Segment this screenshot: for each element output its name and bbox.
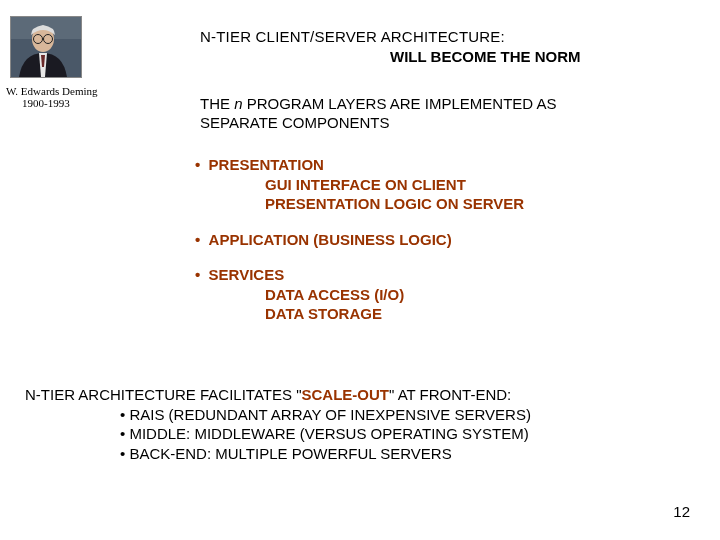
slide: W. Edwards Deming 1900-1993 N-TIER CLIEN… xyxy=(0,0,720,540)
page-number: 12 xyxy=(673,503,690,520)
layer-application-header: APPLICATION (BUSINESS LOGIC) xyxy=(209,231,452,248)
bottom-lead: N-TIER ARCHITECTURE FACILITATES "SCALE-O… xyxy=(25,385,685,405)
intro-post: PROGRAM LAYERS ARE IMPLEMENTED AS SEPARA… xyxy=(200,95,556,131)
layer-presentation: • PRESENTATION GUI INTERFACE ON CLIENT P… xyxy=(195,155,635,214)
intro-pre: THE xyxy=(200,95,234,112)
layer-presentation-sub1: GUI INTERFACE ON CLIENT xyxy=(265,175,635,195)
layer-presentation-sub2: PRESENTATION LOGIC ON SERVER xyxy=(265,194,635,214)
bottom-bullet-3: • BACK-END: MULTIPLE POWERFUL SERVERS xyxy=(120,444,685,464)
bullet-icon: • xyxy=(195,266,200,283)
intro-text: THE n PROGRAM LAYERS ARE IMPLEMENTED AS … xyxy=(200,95,630,133)
layer-services: • SERVICES DATA ACCESS (I/O) DATA STORAG… xyxy=(195,265,635,324)
title-line-1: N-TIER CLIENT/SERVER ARCHITECTURE: xyxy=(200,28,505,45)
bottom-block: N-TIER ARCHITECTURE FACILITATES "SCALE-O… xyxy=(25,385,685,463)
layer-services-sub1: DATA ACCESS (I/O) xyxy=(265,285,635,305)
bottom-lead-post: " AT FRONT-END: xyxy=(389,386,511,403)
bottom-bullet-2: • MIDDLE: MIDDLEWARE (VERSUS OPERATING S… xyxy=(120,424,685,444)
portrait-photo xyxy=(10,16,82,78)
layers-list: • PRESENTATION GUI INTERFACE ON CLIENT P… xyxy=(195,155,635,340)
caption-name: W. Edwards Deming xyxy=(6,85,126,97)
layer-application: • APPLICATION (BUSINESS LOGIC) xyxy=(195,230,635,250)
title-line-2: WILL BECOME THE NORM xyxy=(390,48,581,65)
layer-services-sub2: DATA STORAGE xyxy=(265,304,635,324)
layer-services-header: SERVICES xyxy=(209,266,285,283)
bottom-lead-pre: N-TIER ARCHITECTURE FACILITATES " xyxy=(25,386,301,403)
caption-years: 1900-1993 xyxy=(22,97,126,109)
bottom-bullet-1: • RAIS (REDUNDANT ARRAY OF INEXPENSIVE S… xyxy=(120,405,685,425)
bullet-icon: • xyxy=(195,231,200,248)
bottom-scaleout: SCALE-OUT xyxy=(301,386,389,403)
bullet-icon: • xyxy=(195,156,200,173)
portrait-caption: W. Edwards Deming 1900-1993 xyxy=(6,85,126,109)
intro-n: n xyxy=(234,95,242,112)
layer-presentation-header: PRESENTATION xyxy=(209,156,324,173)
